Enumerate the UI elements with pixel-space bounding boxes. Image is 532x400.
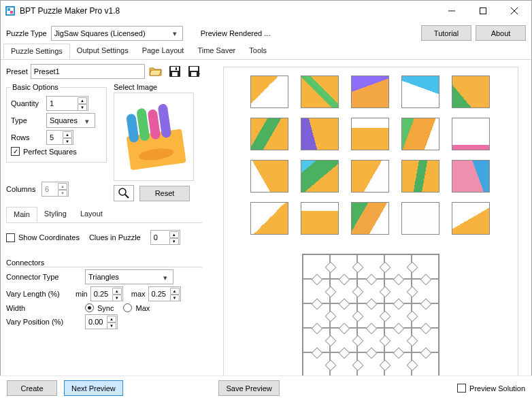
create-button[interactable]: Create: [7, 380, 57, 396]
svg-rect-11: [176, 67, 177, 70]
connectors-legend: Connectors: [6, 259, 202, 267]
puzzle-piece: [452, 160, 490, 193]
svg-rect-10: [172, 72, 178, 76]
preview-status: Preview Rendered ...: [201, 29, 271, 37]
puzzle-piece: [250, 202, 288, 235]
vary-length-label: Vary Length (%): [6, 290, 73, 298]
clues-label: Clues in Puzzle: [89, 233, 141, 241]
type-label: Type: [11, 116, 44, 124]
app-icon: [5, 5, 16, 16]
puzzle-piece: [250, 76, 288, 108]
puzzle-piece: [250, 118, 288, 150]
window-title: BPT Puzzle Maker Pro v1.8: [20, 6, 436, 16]
puzzle-piece: [301, 160, 339, 193]
subtab-layout[interactable]: Layout: [73, 207, 110, 222]
next-preview-button[interactable]: Next Preview: [64, 380, 123, 396]
grid-cell: [412, 352, 439, 377]
columns-input[interactable]: 6 ▲▼: [41, 182, 69, 197]
svg-rect-5: [480, 8, 486, 14]
tab-puzzle-settings[interactable]: Puzzle Settings: [3, 44, 70, 59]
svg-rect-9: [171, 67, 179, 71]
svg-rect-3: [10, 11, 13, 14]
bottom-bar: Create Next Preview Save Preview Preview…: [0, 376, 532, 400]
tutorial-button[interactable]: Tutorial: [421, 25, 471, 41]
checkbox-empty-icon: [457, 384, 466, 393]
save-preview-button[interactable]: Save Preview: [218, 380, 279, 396]
tab-page-layout[interactable]: Page Layout: [135, 44, 191, 59]
subtab-main[interactable]: Main: [6, 207, 37, 222]
preset-save-button[interactable]: [167, 63, 183, 80]
sub-tabstrip: Main Styling Layout: [6, 207, 202, 223]
radio-off-icon: [123, 303, 132, 312]
puzzle-piece: [452, 118, 490, 150]
preset-input[interactable]: [31, 64, 145, 79]
svg-line-23: [125, 195, 129, 198]
reset-image-button[interactable]: Reset: [139, 186, 190, 201]
title-bar: BPT Puzzle Maker Pro v1.8: [1, 1, 531, 21]
puzzle-type-select[interactable]: JigSaw Squares (Licensed) ▾: [51, 26, 183, 41]
quantity-spinner[interactable]: ▲▼: [78, 97, 87, 111]
radio-on-icon: [85, 303, 94, 312]
clues-spinner[interactable]: ▲▼: [169, 231, 179, 245]
puzzle-piece: [351, 76, 389, 108]
close-button[interactable]: [499, 1, 530, 20]
puzzle-type-label: Puzzle Type: [6, 29, 47, 37]
puzzle-piece: [301, 76, 339, 108]
minimize-button[interactable]: [436, 1, 467, 20]
vary-length-min-input[interactable]: 0.25 ▲▼: [90, 286, 123, 301]
columns-label: Columns: [6, 185, 39, 193]
checkbox-empty-icon: [6, 233, 15, 242]
max-label: max: [131, 290, 146, 298]
puzzle-piece: [301, 202, 339, 235]
preset-open-button[interactable]: [148, 63, 164, 80]
connector-type-select[interactable]: Triangles ▾: [85, 269, 173, 284]
pieces-grid: [250, 76, 491, 236]
subtab-styling[interactable]: Styling: [37, 207, 73, 222]
connector-type-label: Connector Type: [6, 273, 82, 281]
rows-spinner[interactable]: ▲▼: [63, 131, 72, 145]
select-image-group: Select Image: [114, 83, 194, 201]
preset-save-as-button[interactable]: +: [186, 63, 202, 80]
vary-position-label: Vary Position (%): [6, 318, 82, 326]
svg-rect-14: [191, 72, 197, 76]
rows-input[interactable]: 5 ▲▼: [46, 130, 73, 145]
quantity-label: Quantity: [11, 99, 44, 107]
width-max-radio[interactable]: Max: [123, 303, 150, 312]
puzzle-piece: [401, 202, 439, 235]
rows-label: Rows: [11, 133, 44, 141]
clues-input[interactable]: 0 ▲▼: [150, 230, 180, 245]
tab-tools[interactable]: Tools: [242, 44, 273, 59]
tab-time-saver[interactable]: Time Saver: [190, 44, 242, 59]
min-label: min: [76, 290, 88, 298]
chevron-down-icon: ▾: [82, 116, 93, 127]
preset-label: Preset: [6, 67, 28, 76]
puzzle-piece: [401, 118, 439, 150]
columns-spinner[interactable]: ▲▼: [58, 183, 67, 197]
about-button[interactable]: About: [476, 25, 526, 41]
puzzle-type-value: JigSaw Squares (Licensed): [54, 29, 146, 37]
type-select[interactable]: Squares ▾: [46, 113, 95, 128]
puzzle-piece: [452, 76, 490, 108]
show-coordinates-checkbox[interactable]: Show Coordinates: [6, 233, 80, 242]
chevron-down-icon: ▾: [160, 272, 171, 283]
tab-output-settings[interactable]: Output Settings: [70, 44, 135, 59]
quantity-input[interactable]: 1 ▲▼: [46, 96, 88, 111]
select-image-preview[interactable]: [114, 93, 194, 181]
basic-options-group: Basic Options Quantity 1 ▲▼ Type Squares…: [6, 83, 107, 163]
puzzle-settings-pane: Preset + Basic Options Quantity 1 ▲▼: [1, 60, 207, 395]
svg-text:+: +: [197, 69, 200, 78]
svg-point-22: [119, 188, 126, 195]
preview-solution-checkbox[interactable]: Preview Solution: [457, 384, 525, 393]
inspect-image-button[interactable]: [114, 185, 134, 201]
basic-options-legend: Basic Options: [11, 83, 60, 91]
puzzle-piece: [351, 160, 389, 193]
connectors-group: Connectors Connector Type Triangles ▾ Va…: [6, 259, 202, 331]
maximize-button[interactable]: [467, 1, 499, 20]
puzzle-piece: [452, 202, 490, 235]
puzzle-piece: [250, 160, 288, 193]
vary-position-input[interactable]: 0.00 ▲▼: [85, 314, 118, 329]
puzzle-piece: [401, 160, 439, 193]
vary-length-max-input[interactable]: 0.25 ▲▼: [148, 286, 181, 301]
width-sync-radio[interactable]: Sync: [85, 303, 114, 312]
perfect-squares-checkbox[interactable]: ✓ Perfect Squares: [11, 147, 77, 156]
